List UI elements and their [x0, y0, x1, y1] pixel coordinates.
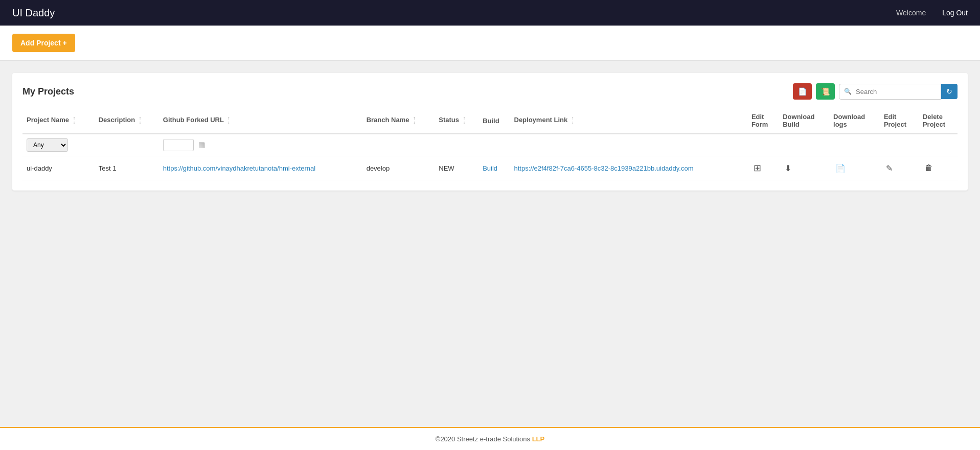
col-download-logs: Downloadlogs [829, 108, 880, 134]
projects-table: Project Name ↑↓ Description ↑↓ Github Fo… [22, 108, 958, 180]
col-deployment-link: Deployment Link ↑↓ [510, 108, 747, 134]
cell-edit-form: ⊞ [747, 156, 779, 180]
search-wrapper: 🔍 ↻ [839, 84, 958, 100]
search-icon: 🔍 [844, 88, 852, 95]
logout-button[interactable]: Log Out [942, 9, 968, 17]
sort-arrows-project-name[interactable]: ↑↓ [73, 116, 76, 125]
add-project-button[interactable]: Add Project + [12, 34, 75, 52]
footer: ©2020 Streetz e-trade Solutions LLP [0, 427, 980, 450]
col-download-build: DownloadBuild [779, 108, 829, 134]
cell-delete-project: 🗑 [919, 156, 958, 180]
download-build-icon[interactable]: ⬇ [783, 163, 793, 174]
cell-github-url: https://github.com/vinaydhakretutanota/h… [159, 156, 362, 180]
cell-deployment-link: https://e2f4f82f-7ca6-4655-8c32-8c1939a2… [510, 156, 747, 180]
table-row: ui-daddy Test 1 https://github.com/vinay… [22, 156, 958, 180]
sort-arrows-branch-name[interactable]: ↑↓ [413, 116, 416, 125]
col-status: Status ↑↓ [435, 108, 478, 134]
sort-arrows-deployment-link[interactable]: ↑↓ [572, 116, 574, 125]
cell-build: Build [478, 156, 510, 180]
cell-description: Test 1 [95, 156, 159, 180]
welcome-text: Welcome [896, 9, 926, 17]
refresh-button[interactable]: ↻ [941, 84, 958, 99]
main-content: My Projects 📄 📜 🔍 ↻ [0, 61, 980, 427]
download-logs-icon[interactable]: 📄 [833, 163, 848, 174]
github-url-link[interactable]: https://github.com/vinaydhakretutanota/h… [163, 164, 315, 172]
delete-project-icon[interactable]: 🗑 [923, 162, 935, 173]
filter-text-cell: ▦ [159, 134, 362, 156]
cell-download-logs: 📄 [829, 156, 880, 180]
sort-arrows-status[interactable]: ↑↓ [463, 116, 466, 125]
navbar-right: Welcome Log Out [896, 9, 968, 17]
excel-export-button[interactable]: 📜 [816, 83, 835, 100]
projects-card: My Projects 📄 📜 🔍 ↻ [12, 73, 968, 191]
cell-download-build: ⬇ [779, 156, 829, 180]
col-edit-project: EditProject [880, 108, 919, 134]
footer-llp: LLP [532, 435, 545, 443]
edit-form-icon[interactable]: ⊞ [751, 162, 763, 174]
refresh-icon: ↻ [946, 87, 952, 96]
top-bar: Add Project + [0, 26, 980, 61]
table-wrapper: Project Name ↑↓ Description ↑↓ Github Fo… [22, 108, 958, 180]
status-filter-select[interactable]: Any NEW Building Built Error [27, 138, 68, 152]
card-actions: 📄 📜 🔍 ↻ [793, 83, 958, 100]
filter-icon: ▦ [198, 140, 205, 149]
filter-row: Any NEW Building Built Error ▦ [22, 134, 958, 156]
col-delete-project: DeleteProject [919, 108, 958, 134]
col-description: Description ↑↓ [95, 108, 159, 134]
pdf-icon: 📄 [798, 87, 807, 96]
build-link[interactable]: Build [483, 164, 497, 172]
cell-status: NEW [435, 156, 478, 180]
table-header-row: Project Name ↑↓ Description ↑↓ Github Fo… [22, 108, 958, 134]
card-header: My Projects 📄 📜 🔍 ↻ [22, 83, 958, 100]
card-title: My Projects [22, 86, 74, 97]
col-build: Build [478, 108, 510, 134]
navbar: UI Daddy Welcome Log Out [0, 0, 980, 26]
pdf-export-button[interactable]: 📄 [793, 83, 812, 100]
col-github-url: Github Forked URL ↑↓ [159, 108, 362, 134]
col-project-name: Project Name ↑↓ [22, 108, 95, 134]
sort-arrows-description[interactable]: ↑↓ [139, 116, 142, 125]
search-input[interactable] [839, 84, 941, 100]
cell-project-name: ui-daddy [22, 156, 95, 180]
col-branch-name: Branch Name ↑↓ [362, 108, 435, 134]
filter-cell: Any NEW Building Built Error [22, 134, 159, 156]
excel-icon: 📜 [821, 87, 830, 96]
cell-branch-name: develop [362, 156, 435, 180]
col-edit-form: EditForm [747, 108, 779, 134]
sort-arrows-github-url[interactable]: ↑↓ [227, 116, 230, 125]
edit-project-icon[interactable]: ✎ [884, 163, 895, 174]
app-brand: UI Daddy [12, 7, 55, 19]
footer-text: ©2020 Streetz e-trade Solutions [436, 435, 532, 443]
filter-text-input[interactable] [163, 139, 194, 151]
cell-edit-project: ✎ [880, 156, 919, 180]
deployment-link[interactable]: https://e2f4f82f-7ca6-4655-8c32-8c1939a2… [514, 164, 694, 172]
